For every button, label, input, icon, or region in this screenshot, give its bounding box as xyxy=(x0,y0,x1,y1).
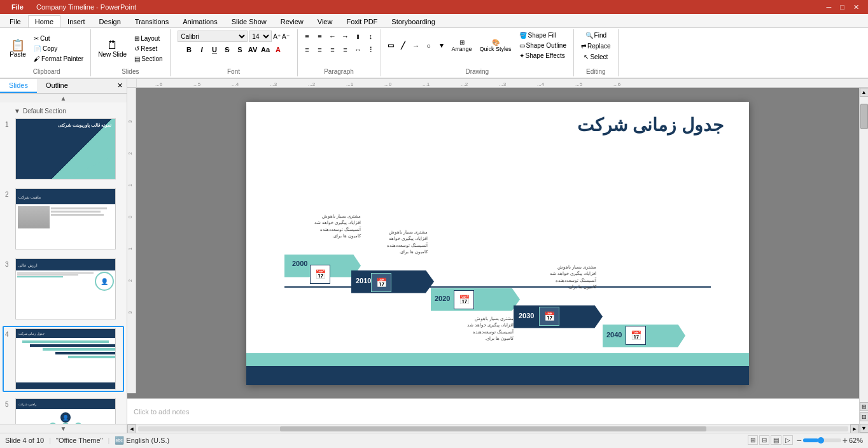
align-center-button[interactable]: ≡ xyxy=(314,44,326,55)
find-button[interactable]: 🔍 Find xyxy=(582,31,610,40)
shape-fill-button[interactable]: 🪣 Shape Fill xyxy=(516,31,570,40)
slide-list-scroll-down[interactable]: ▼ xyxy=(0,424,127,433)
paste-button[interactable]: 📋 Paste xyxy=(6,38,29,60)
font-name-select[interactable]: Calibri xyxy=(178,31,248,42)
shadow-button[interactable]: S xyxy=(234,44,246,55)
more-shapes[interactable]: ▾ xyxy=(436,40,447,52)
h-scroll-track[interactable] xyxy=(138,426,848,431)
zoom-slider[interactable] xyxy=(803,438,841,442)
file-menu-button[interactable]: File xyxy=(5,2,30,12)
tab-foxit[interactable]: Foxit PDF xyxy=(339,15,384,27)
change-case-button[interactable]: Aa xyxy=(260,44,271,55)
slideshow-button[interactable]: ▷ xyxy=(783,435,793,445)
tab-review[interactable]: Review xyxy=(274,15,311,27)
v-scroll-track[interactable] xyxy=(860,97,869,248)
slide-list-scroll-up[interactable]: ▲ xyxy=(0,94,127,102)
expand-button[interactable]: ⊞ xyxy=(860,402,869,411)
normal-view-button[interactable]: ⊞ xyxy=(748,435,758,445)
layout-label: Layout xyxy=(141,35,160,42)
layout-button[interactable]: ⊞ Layout xyxy=(131,34,165,43)
slide-canvas[interactable]: جدول زمانی شرکت 2000 📅 مشتری بسیار باهوش… xyxy=(246,102,749,385)
zoom-handle[interactable] xyxy=(818,437,824,444)
arrange-button[interactable]: ⊞ Arrange xyxy=(449,37,475,54)
maximize-button[interactable]: □ xyxy=(836,3,848,11)
text-direction-button[interactable]: ↔ xyxy=(353,44,364,55)
close-button[interactable]: ✕ xyxy=(850,3,863,11)
copy-button[interactable]: 📄 Copy xyxy=(31,44,87,53)
slide-item-4[interactable]: 4 جدول زمانی شرکت xyxy=(3,326,124,392)
scroll-left-button[interactable]: ◄ xyxy=(127,424,136,433)
shape-outline-button[interactable]: ▭ Shape Outline xyxy=(516,41,570,50)
tab-slideshow[interactable]: Slide Show xyxy=(225,15,274,27)
notes-area[interactable]: Click to add notes xyxy=(127,398,859,424)
tab-transitions[interactable]: Transitions xyxy=(128,15,176,27)
scroll-down-button[interactable]: ▼ xyxy=(860,424,869,433)
tab-animations[interactable]: Animations xyxy=(176,15,224,27)
h-scroll-thumb[interactable] xyxy=(280,426,706,431)
format-painter-button[interactable]: 🖌 Format Painter xyxy=(31,54,87,64)
zoom-in-button[interactable]: + xyxy=(843,435,848,445)
outline-tab[interactable]: Outline xyxy=(37,79,77,93)
increase-font-button[interactable]: A⁺ xyxy=(273,33,281,40)
svg-text:...0: ...0 xyxy=(384,81,392,87)
new-slide-button[interactable]: 🗒 New Slide xyxy=(95,38,130,60)
strikethrough-button[interactable]: S xyxy=(221,44,233,55)
replace-button[interactable]: ⇄ Replace xyxy=(578,41,614,51)
font-size-select[interactable]: 14 xyxy=(249,31,272,42)
font-color-button[interactable]: A xyxy=(272,44,284,55)
tab-view[interactable]: View xyxy=(311,15,340,27)
cut-button[interactable]: ✂ Cut xyxy=(31,34,87,43)
slide-item-3[interactable]: 3 ارزش عالی 👤 xyxy=(3,256,124,322)
v-scroll-thumb[interactable] xyxy=(860,104,868,129)
convert-smartart-button[interactable]: ⋮ xyxy=(365,44,377,55)
reset-button[interactable]: ↺ Reset xyxy=(131,44,165,53)
minimize-button[interactable]: ─ xyxy=(823,3,836,11)
rectangle-shape[interactable]: ▭ xyxy=(385,40,396,52)
select-button[interactable]: ↖ Select xyxy=(580,52,611,62)
tab-home[interactable]: Home xyxy=(28,15,60,27)
line-shape[interactable]: ╱ xyxy=(398,40,409,52)
tab-file[interactable]: File xyxy=(3,15,28,27)
svg-text:1: 1 xyxy=(128,248,132,250)
columns-button[interactable]: ⫾ xyxy=(353,31,364,42)
increase-indent-button[interactable]: → xyxy=(340,31,351,42)
bullets-button[interactable]: ≡ xyxy=(302,31,313,42)
zoom-out-button[interactable]: − xyxy=(797,435,802,445)
quick-styles-button[interactable]: 🎨 Quick Styles xyxy=(477,37,515,54)
tab-design[interactable]: Design xyxy=(92,15,128,27)
slide-panel-close-button[interactable]: ✕ xyxy=(113,79,127,93)
tab-storyboarding[interactable]: Storyboarding xyxy=(384,15,442,27)
zoom-vertical-controls: ⊞ ⊟ xyxy=(860,400,869,424)
slide-num-4: 4 xyxy=(5,331,13,338)
shape-effects-icon: ✦ xyxy=(519,52,524,59)
slide-item-5[interactable]: 5 راهبرد شرکت 👤 xyxy=(3,396,124,424)
align-left-button[interactable]: ≡ xyxy=(302,44,313,55)
decrease-indent-button[interactable]: ← xyxy=(327,31,339,42)
contract-button[interactable]: ⊟ xyxy=(860,412,869,421)
section-collapse-icon[interactable]: ▼ xyxy=(14,108,20,115)
oval-shape[interactable]: ○ xyxy=(423,40,435,52)
numbering-button[interactable]: ≡ xyxy=(314,31,326,42)
slide-item-2[interactable]: 2 ماهیت شرکت xyxy=(3,186,124,252)
tab-insert[interactable]: Insert xyxy=(60,15,92,27)
shape-effects-button[interactable]: ✦ Shape Effects xyxy=(516,51,570,60)
canvas-main: جدول زمانی شرکت 2000 📅 مشتری بسیار باهوش… xyxy=(127,88,859,433)
justify-button[interactable]: ≡ xyxy=(340,44,351,55)
slide-item-1[interactable]: 1 نمونه قالب پاورپوینت شرکتی xyxy=(3,116,124,182)
decrease-font-button[interactable]: A⁻ xyxy=(282,33,290,40)
slides-tab[interactable]: Slides xyxy=(0,79,37,93)
arrow-shape[interactable]: → xyxy=(410,40,422,52)
scroll-right-button[interactable]: ► xyxy=(850,424,859,433)
calendar-icon-4: 📅 xyxy=(539,307,559,326)
line-spacing-button[interactable]: ↕ xyxy=(365,31,377,42)
bold-button[interactable]: B xyxy=(183,44,195,55)
underline-button[interactable]: U xyxy=(209,44,220,55)
app-title: Company Timeline - PowerPoint xyxy=(36,3,136,11)
scroll-up-button[interactable]: ▲ xyxy=(860,88,869,97)
align-right-button[interactable]: ≡ xyxy=(327,44,339,55)
section-button[interactable]: ▤ Section xyxy=(131,54,165,64)
slide-sorter-button[interactable]: ⊟ xyxy=(759,435,769,445)
reading-view-button[interactable]: ▤ xyxy=(771,435,781,445)
char-spacing-button[interactable]: AV xyxy=(247,44,258,55)
italic-button[interactable]: I xyxy=(196,44,207,55)
